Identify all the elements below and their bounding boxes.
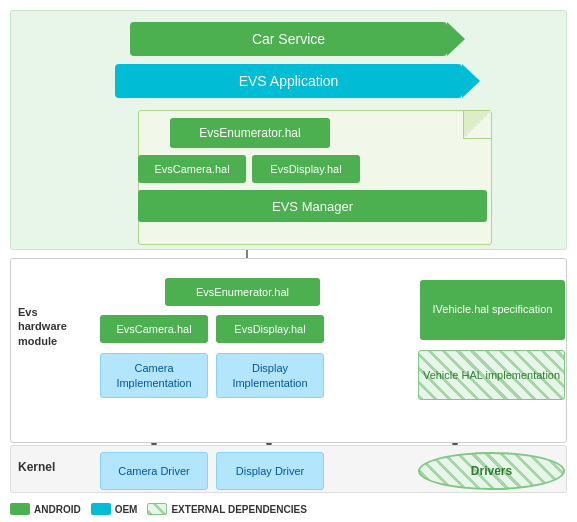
- camera-implementation-box: Camera Implementation: [100, 353, 208, 398]
- evs-hw-module-label: Evs hardware module: [18, 305, 83, 348]
- legend: ANDROID OEM EXTERNAL DEPENDENCIES: [10, 498, 567, 520]
- legend-external-label: EXTERNAL DEPENDENCIES: [171, 504, 306, 515]
- evs-display-hal-bottom-box: EvsDisplay.hal: [216, 315, 324, 343]
- evs-enumerator-bottom-label: EvsEnumerator.hal: [196, 286, 289, 298]
- evs-manager-label: EVS Manager: [272, 199, 353, 214]
- diagram: Car Service EVS Application EvsEnumerato…: [0, 0, 577, 522]
- paper-fold: [463, 111, 491, 139]
- evs-camera-hal-top-label: EvsCamera.hal: [154, 163, 229, 175]
- drivers-label: Drivers: [471, 464, 512, 478]
- display-implementation-label: Display Implementation: [217, 361, 323, 390]
- evs-display-hal-top-box: EvsDisplay.hal: [252, 155, 360, 183]
- camera-driver-box: Camera Driver: [100, 452, 208, 490]
- evs-enumerator-top-label: EvsEnumerator.hal: [199, 126, 300, 140]
- car-service-box: Car Service: [130, 22, 447, 56]
- vehicle-hal-impl-box: Vehicle HAL implementation: [418, 350, 565, 400]
- display-driver-label: Display Driver: [236, 465, 304, 477]
- camera-driver-label: Camera Driver: [118, 465, 190, 477]
- evs-application-box: EVS Application: [115, 64, 462, 98]
- legend-android-label: ANDROID: [34, 504, 81, 515]
- display-driver-box: Display Driver: [216, 452, 324, 490]
- vehicle-hal-impl-label: Vehicle HAL implementation: [423, 368, 560, 382]
- legend-external: EXTERNAL DEPENDENCIES: [147, 503, 306, 515]
- ivehicle-spec-label: IVehicle.hal specification: [433, 302, 553, 317]
- evs-enumerator-top-box: EvsEnumerator.hal: [170, 118, 330, 148]
- display-implementation-box: Display Implementation: [216, 353, 324, 398]
- drivers-oval: Drivers: [418, 452, 565, 490]
- evs-application-label: EVS Application: [239, 73, 339, 89]
- car-service-label: Car Service: [252, 31, 325, 47]
- kernel-label: Kernel: [18, 460, 55, 474]
- evs-camera-hal-bottom-label: EvsCamera.hal: [116, 323, 191, 335]
- evs-camera-hal-bottom-box: EvsCamera.hal: [100, 315, 208, 343]
- legend-android-color: [10, 503, 30, 515]
- evs-manager-box: EVS Manager: [138, 190, 487, 222]
- evs-display-hal-top-label: EvsDisplay.hal: [270, 163, 341, 175]
- legend-android: ANDROID: [10, 503, 81, 515]
- legend-external-color: [147, 503, 167, 515]
- legend-oem-label: OEM: [115, 504, 138, 515]
- ivehicle-spec-box: IVehicle.hal specification: [420, 280, 565, 340]
- legend-oem: OEM: [91, 503, 138, 515]
- evs-display-hal-bottom-label: EvsDisplay.hal: [234, 323, 305, 335]
- evs-camera-hal-top-box: EvsCamera.hal: [138, 155, 246, 183]
- legend-oem-color: [91, 503, 111, 515]
- evs-enumerator-bottom-box: EvsEnumerator.hal: [165, 278, 320, 306]
- camera-implementation-label: Camera Implementation: [101, 361, 207, 390]
